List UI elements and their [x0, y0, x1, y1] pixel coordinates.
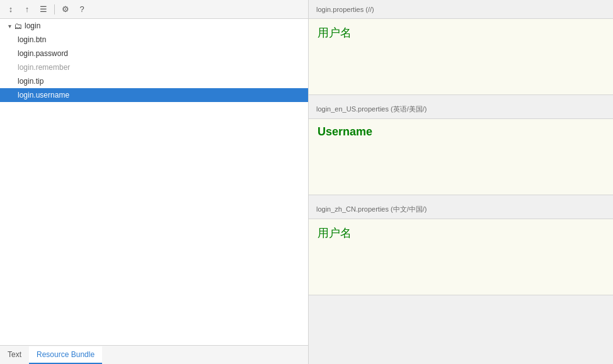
toolbar-separator	[54, 4, 55, 14]
tree-item-login-remember[interactable]: login.remember	[0, 60, 308, 74]
section-zh-cn-header: login_zh_CN.properties (中文/中国/)	[309, 200, 613, 219]
sort-button[interactable]: ↑	[20, 3, 34, 16]
tab-text[interactable]: Text	[0, 346, 29, 364]
chevron-down-icon: ▾	[5, 23, 14, 30]
section-default-header: login.properties (//)	[309, 0, 613, 19]
tab-resource-bundle[interactable]: Resource Bundle	[29, 346, 102, 364]
tree-area: ▾ 🗂 login login.btn login.password login…	[0, 19, 308, 345]
toolbar: ↕ ↑ ☰ ⚙ ?	[0, 0, 308, 19]
section-default: login.properties (//) 用户名	[309, 0, 613, 95]
tree-item-label: login.btn	[18, 35, 46, 44]
tree-item-login-btn[interactable]: login.btn	[0, 33, 308, 47]
tree-item-label: login.tip	[18, 77, 43, 86]
folder-icon: 🗂	[14, 21, 22, 31]
sort-az-button[interactable]: ↕	[4, 3, 18, 16]
section-zh-cn-value: 用户名	[318, 227, 352, 239]
section-zh-cn-value-area[interactable]: 用户名	[309, 219, 613, 295]
section-en-us-header: login_en_US.properties (英语/美国/)	[309, 100, 613, 119]
settings-button[interactable]: ⚙	[59, 3, 72, 16]
tree-item-login-tip[interactable]: login.tip	[0, 74, 308, 88]
section-default-header-text: login.properties (//)	[316, 6, 374, 13]
group-button[interactable]: ☰	[37, 3, 50, 16]
tree-item-login-username[interactable]: login.username	[0, 88, 308, 102]
main-container: ↕ ↑ ☰ ⚙ ? ▾ 🗂 login login.btn login.pass…	[0, 0, 613, 364]
tree-item-label: login.username	[18, 91, 69, 100]
right-panel: login.properties (//) 用户名 login_en_US.pr…	[309, 0, 613, 364]
section-gap-2	[309, 195, 613, 200]
section-en-us-value-area[interactable]: Username	[309, 119, 613, 195]
left-panel: ↕ ↑ ☰ ⚙ ? ▾ 🗂 login login.btn login.pass…	[0, 0, 309, 364]
section-gap-3	[309, 295, 613, 300]
tree-item-label: login.password	[18, 49, 68, 58]
section-en-us: login_en_US.properties (英语/美国/) Username	[309, 100, 613, 195]
section-en-us-header-text: login_en_US.properties (英语/美国/)	[316, 105, 427, 114]
help-button[interactable]: ?	[75, 3, 89, 16]
section-default-value: 用户名	[318, 26, 352, 39]
section-zh-cn: login_zh_CN.properties (中文/中国/) 用户名	[309, 200, 613, 295]
bottom-tabs: Text Resource Bundle	[0, 345, 308, 364]
tree-root-login[interactable]: ▾ 🗂 login	[0, 19, 308, 33]
tree-item-label: login.remember	[18, 63, 70, 72]
section-zh-cn-header-text: login_zh_CN.properties (中文/中国/)	[316, 205, 427, 214]
tree-root-label: login	[25, 21, 40, 30]
tree-item-login-password[interactable]: login.password	[0, 47, 308, 60]
section-gap-1	[309, 95, 613, 100]
section-default-value-area[interactable]: 用户名	[309, 19, 613, 94]
section-en-us-value: Username	[318, 125, 372, 138]
